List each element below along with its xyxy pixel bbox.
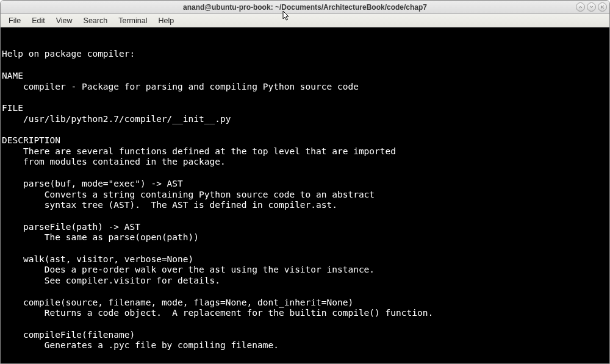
menu-search[interactable]: Search	[78, 15, 113, 26]
terminal-content: Help on package compiler: NAME compiler …	[2, 49, 608, 363]
maximize-button[interactable]	[587, 2, 596, 12]
minimize-button[interactable]	[576, 2, 585, 12]
titlebar: anand@ubuntu-pro-book: ~/Documents/Archi…	[1, 1, 609, 14]
menu-file[interactable]: File	[3, 15, 26, 26]
close-button[interactable]	[598, 2, 607, 12]
window-controls	[576, 2, 607, 12]
window-title: anand@ubuntu-pro-book: ~/Documents/Archi…	[183, 3, 427, 12]
menu-help[interactable]: Help	[152, 15, 179, 26]
menu-terminal[interactable]: Terminal	[113, 15, 152, 26]
terminal-viewport[interactable]: Help on package compiler: NAME compiler …	[1, 27, 609, 363]
terminal-window: anand@ubuntu-pro-book: ~/Documents/Archi…	[0, 0, 610, 364]
menu-view[interactable]: View	[51, 15, 78, 26]
menubar: File Edit View Search Terminal Help	[1, 14, 609, 27]
menu-edit[interactable]: Edit	[26, 15, 51, 26]
